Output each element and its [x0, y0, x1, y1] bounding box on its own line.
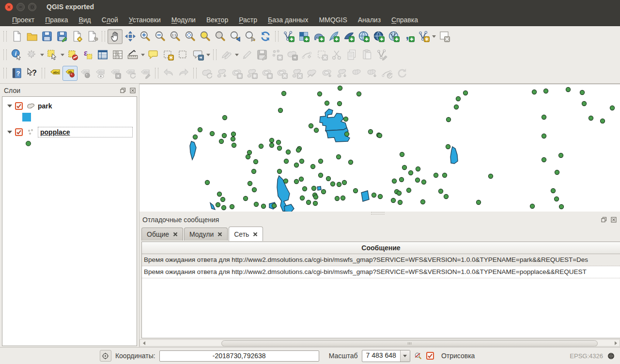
zoom-to-layer-button[interactable] [213, 29, 228, 44]
split-parts-button[interactable] [334, 66, 349, 81]
menu-модули[interactable]: Модули [166, 15, 201, 25]
scrollbar-thumb[interactable] [221, 340, 598, 347]
save-layer-edits-button[interactable] [254, 47, 269, 62]
debug-panel-float-button[interactable] [601, 216, 607, 223]
add-spatialite-layer-button[interactable] [326, 29, 341, 44]
undo-button[interactable] [161, 66, 176, 81]
zoom-out-button[interactable] [153, 29, 168, 44]
rotate-label-button[interactable]: abc [123, 66, 138, 81]
refresh-map-button[interactable] [258, 29, 273, 44]
coordinate-capture-button[interactable] [100, 350, 111, 362]
rotate-point-symbols-button[interactable] [379, 66, 394, 81]
toolbar-handle[interactable] [3, 68, 7, 78]
message-row[interactable]: Время ожидания ответа для http://www2.dm… [142, 266, 620, 278]
zoom-in-button[interactable] [138, 29, 153, 44]
open-attribute-table-button[interactable] [95, 47, 110, 62]
deselect-features-button[interactable] [65, 47, 80, 62]
add-wcs-layer-button[interactable] [371, 29, 386, 44]
statistical-summary-button[interactable] [110, 47, 125, 62]
tab-close-button[interactable] [173, 232, 178, 237]
reshape-features-button[interactable] [304, 66, 319, 81]
zoom-full-button[interactable] [183, 29, 198, 44]
message-row[interactable]: Время ожидания ответа для http://www2.dm… [142, 254, 620, 266]
new-print-composer-button[interactable] [69, 29, 84, 44]
add-vector-layer-button[interactable] [281, 29, 296, 44]
node-tool-button[interactable] [299, 47, 314, 62]
add-postgis-layer-button[interactable] [311, 29, 326, 44]
window-close-button[interactable] [5, 3, 13, 11]
add-part-button[interactable] [244, 66, 259, 81]
layers-panel-close-button[interactable] [129, 87, 136, 94]
map-canvas[interactable] [140, 84, 620, 212]
new-bookmark-button[interactable] [160, 47, 175, 62]
highlight-pinned-labels-button[interactable]: abc [78, 66, 93, 81]
composer-manager-button[interactable] [84, 29, 99, 44]
merge-features-button[interactable] [349, 66, 364, 81]
add-mssql-layer-button[interactable] [341, 29, 356, 44]
new-project-button[interactable] [9, 29, 24, 44]
open-project-button[interactable] [24, 29, 39, 44]
popplace-symbol-swatch[interactable] [26, 141, 31, 146]
panel-splitter-handle[interactable] [371, 212, 385, 214]
expand-arrow-icon[interactable] [7, 105, 12, 110]
measure-dropdown[interactable] [140, 47, 145, 62]
pan-map-button[interactable] [108, 29, 123, 44]
crs-status-button[interactable] [607, 352, 615, 360]
zoom-native-button[interactable]: 1:1 [168, 29, 183, 44]
menu-установки[interactable]: Установки [124, 15, 166, 25]
horizontal-scrollbar[interactable] [140, 339, 620, 347]
toolbar-handle[interactable] [42, 68, 45, 78]
delete-selected-button[interactable] [314, 47, 329, 62]
help-contents-button[interactable]: ? [9, 66, 24, 81]
tab-модули[interactable]: Модули [184, 228, 228, 241]
measure-button[interactable] [125, 47, 140, 62]
move-feature-button[interactable] [284, 47, 299, 62]
add-ring-button[interactable] [229, 66, 244, 81]
layer-park-checkbox[interactable] [15, 102, 23, 110]
toolbar-handle[interactable] [213, 49, 217, 60]
text-annotation-button[interactable] [190, 47, 205, 62]
tab-close-button[interactable] [253, 232, 258, 237]
menu-слой[interactable]: Слой [96, 15, 124, 25]
layers-panel-float-button[interactable] [120, 87, 126, 94]
cut-features-button[interactable] [329, 47, 344, 62]
current-edits-button[interactable] [219, 47, 234, 62]
menu-проект[interactable]: Проект [7, 15, 40, 25]
pin-labels-button[interactable]: ab [62, 66, 78, 81]
menu-вектор[interactable]: Вектор [201, 15, 233, 25]
expand-arrow-icon[interactable] [7, 131, 12, 136]
copy-features-button[interactable] [344, 47, 359, 62]
window-minimize-button[interactable] [16, 3, 25, 11]
window-maximize-button[interactable] [28, 3, 36, 11]
toolbar-handle[interactable] [275, 31, 279, 42]
pan-to-selection-button[interactable] [123, 29, 138, 44]
scroll-right-arrow[interactable] [613, 340, 620, 346]
select-by-expression-button[interactable]: ε [80, 47, 95, 62]
scroll-left-arrow[interactable] [140, 340, 147, 346]
fill-ring-button[interactable] [259, 66, 274, 81]
scale-dropdown-button[interactable] [400, 350, 410, 362]
layer-item-popplace[interactable]: popplace [2, 127, 137, 137]
scale-combobox[interactable]: 7 483 648 [362, 350, 410, 362]
paste-features-button[interactable] [359, 47, 374, 62]
add-wfs-layer-button[interactable] [386, 29, 401, 44]
debug-panel-close-button[interactable] [610, 216, 617, 223]
toolbar-handle[interactable] [193, 68, 197, 78]
simplify-feature-button[interactable] [214, 66, 229, 81]
run-feature-action-button[interactable] [24, 47, 39, 62]
identify-features-button[interactable]: i [9, 47, 24, 62]
lock-scale-button[interactable] [414, 352, 422, 360]
coordinates-input[interactable] [159, 350, 319, 362]
offset-curve-button[interactable] [374, 47, 389, 62]
menu-анализ[interactable]: Анализ [353, 15, 386, 25]
show-hide-labels-button[interactable]: abc [93, 66, 108, 81]
redo-button[interactable] [176, 66, 191, 81]
layer-tree[interactable]: park popplace [2, 96, 137, 346]
split-features-button[interactable] [319, 66, 334, 81]
move-label-button[interactable]: abc [108, 66, 123, 81]
zoom-last-button[interactable] [228, 29, 243, 44]
tab-close-button[interactable] [217, 232, 222, 237]
toggle-editing-button[interactable] [239, 47, 254, 62]
new-shapefile-layer-button[interactable] [416, 29, 431, 44]
toolbar-handle[interactable] [155, 68, 158, 78]
